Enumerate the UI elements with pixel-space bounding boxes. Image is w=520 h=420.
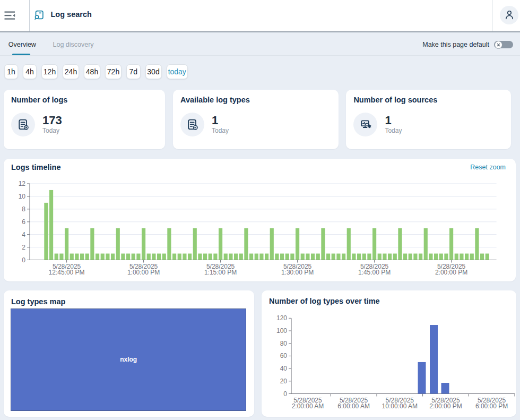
svg-text:12: 12 [19, 180, 26, 187]
svg-text:20: 20 [280, 378, 288, 385]
svg-text:0: 0 [22, 256, 25, 264]
svg-text:10:00:00 AM: 10:00:00 AM [382, 402, 418, 410]
svg-text:60: 60 [280, 352, 288, 359]
svg-text:100: 100 [276, 327, 287, 335]
svg-text:1:45:00 PM: 1:45:00 PM [358, 269, 391, 276]
svg-text:2:00:00 PM: 2:00:00 PM [435, 269, 467, 276]
svg-text:40: 40 [280, 365, 288, 372]
svg-text:6: 6 [22, 218, 25, 226]
svg-text:120: 120 [276, 314, 287, 322]
svg-text:8: 8 [22, 205, 25, 213]
svg-text:2:00:00 AM: 2:00:00 AM [292, 402, 324, 410]
svg-text:2: 2 [22, 244, 25, 251]
svg-text:1:00:00 PM: 1:00:00 PM [127, 269, 160, 276]
svg-text:0: 0 [283, 390, 287, 398]
svg-text:80: 80 [280, 340, 288, 347]
svg-text:4: 4 [22, 231, 25, 238]
svg-text:6:00:00 AM: 6:00:00 AM [337, 402, 370, 410]
svg-text:1:30:00 PM: 1:30:00 PM [281, 269, 314, 276]
svg-text:1:15:00 PM: 1:15:00 PM [204, 269, 237, 276]
svg-text:12:45:00 PM: 12:45:00 PM [49, 269, 85, 276]
svg-text:10: 10 [19, 193, 26, 200]
svg-text:6:00:00 PM: 6:00:00 PM [475, 402, 508, 410]
svg-text:2:00:00 PM: 2:00:00 PM [429, 402, 462, 410]
